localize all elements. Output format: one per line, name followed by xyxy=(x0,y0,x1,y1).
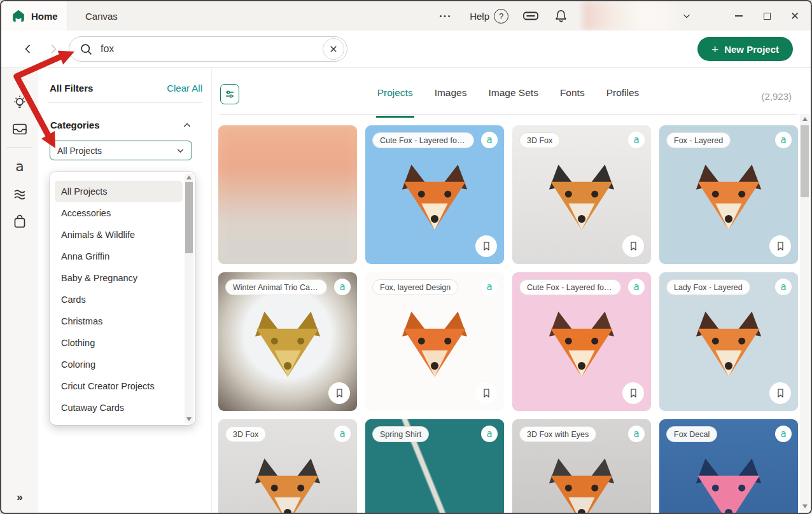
search-field[interactable]: ✕ xyxy=(69,36,347,62)
bookmark-icon[interactable] xyxy=(475,382,497,404)
titlebar: Home Canvas ••• Help ? xyxy=(1,1,811,31)
sliders-icon xyxy=(224,88,235,101)
cricut-access-badge-icon: a xyxy=(481,426,498,442)
project-card[interactable]: 3D Fox a xyxy=(512,125,651,264)
scroll-up-icon[interactable] xyxy=(185,174,193,181)
category-select[interactable]: All Projects xyxy=(50,141,192,160)
cricut-access-badge-icon: a xyxy=(334,279,351,295)
tab-images[interactable]: Images xyxy=(435,87,467,108)
category-option[interactable]: Cricut Creator Projects xyxy=(55,375,183,397)
scroll-down-icon[interactable] xyxy=(800,503,809,510)
filter-panel: All Filters Clear All Categories All Pro… xyxy=(38,68,211,513)
collapse-chevron-up-icon[interactable] xyxy=(182,120,192,130)
scroll-up-icon[interactable] xyxy=(800,115,809,123)
bookmark-icon[interactable] xyxy=(622,382,644,404)
cricut-access-badge-icon: a xyxy=(775,132,792,148)
project-card[interactable]: 3D Fox a xyxy=(218,419,357,514)
project-card[interactable]: Cute Fox - Layered for c... a xyxy=(365,125,504,264)
category-option[interactable]: Coloring xyxy=(55,354,183,375)
bookmark-icon[interactable] xyxy=(769,382,791,404)
inbox-icon[interactable] xyxy=(11,122,28,137)
machine-icon[interactable] xyxy=(522,9,539,23)
forward-button[interactable] xyxy=(47,43,60,55)
cricut-access-badge-icon: a xyxy=(775,426,792,442)
main-scroll-thumb[interactable] xyxy=(801,125,809,197)
project-card[interactable]: Cute Fox - Layered for c... a xyxy=(512,272,651,411)
account-chevron-down-icon[interactable] xyxy=(681,10,692,22)
project-title-badge: Cute Fox - Layered for c... xyxy=(519,279,621,295)
fox-illustration xyxy=(396,162,473,233)
help-button[interactable]: Help ? xyxy=(470,9,508,24)
category-option[interactable]: Accessories xyxy=(55,202,183,224)
filter-toggle-button[interactable] xyxy=(220,84,239,104)
result-count: (2,923) xyxy=(761,91,792,102)
fox-illustration xyxy=(249,309,326,380)
bookmark-icon[interactable] xyxy=(475,235,497,257)
tab-home[interactable]: Home xyxy=(1,1,67,31)
project-card[interactable] xyxy=(218,125,357,264)
project-card[interactable]: Winter Animal Trio Card... a xyxy=(218,272,357,411)
category-option[interactable]: Clothing xyxy=(55,332,183,354)
close-button[interactable]: ✕ xyxy=(789,10,801,22)
bookmark-icon[interactable] xyxy=(769,235,791,257)
dropdown-scroll-thumb[interactable] xyxy=(185,182,193,253)
left-icon-rail: a » xyxy=(1,68,38,513)
category-option[interactable]: Christmas xyxy=(55,310,183,332)
clear-all-link[interactable]: Clear All xyxy=(167,83,202,94)
maximize-button[interactable] xyxy=(761,10,773,22)
notifications-bell-icon[interactable] xyxy=(554,9,568,24)
toolbar-divider xyxy=(220,115,797,115)
rail-divider xyxy=(6,147,32,148)
app-window: Home Canvas ••• Help ? xyxy=(0,0,812,514)
plus-icon: + xyxy=(711,43,718,55)
project-card[interactable]: Spring Shirt a xyxy=(365,419,504,514)
cricut-access-icon[interactable]: a xyxy=(15,158,24,174)
tab-image-sets[interactable]: Image Sets xyxy=(488,87,538,108)
expand-rail-chevrons-icon[interactable]: » xyxy=(17,491,22,504)
category-option[interactable]: Animals & Wildlife xyxy=(55,224,183,246)
clear-search-icon[interactable]: ✕ xyxy=(323,38,344,60)
tab-canvas[interactable]: Canvas xyxy=(85,11,118,22)
scroll-down-icon[interactable] xyxy=(185,415,193,423)
category-option[interactable]: All Projects xyxy=(55,181,183,202)
search-icon xyxy=(80,43,93,56)
minimize-button[interactable] xyxy=(733,10,745,22)
dropdown-scrollbar[interactable] xyxy=(185,174,193,423)
project-card[interactable]: 3D Fox with Eyes a xyxy=(512,419,651,514)
project-title-badge: 3D Fox xyxy=(225,426,266,442)
materials-waves-icon[interactable] xyxy=(11,186,28,203)
tab-projects[interactable]: Projects xyxy=(377,87,413,108)
more-menu-icon[interactable]: ••• xyxy=(440,13,452,20)
new-project-button[interactable]: + New Project xyxy=(697,37,793,61)
category-option[interactable]: Baby & Pregnancy xyxy=(55,267,183,289)
category-option[interactable]: Cutaway Cards xyxy=(55,397,183,419)
project-title-badge: Lady Fox - Layered xyxy=(666,279,750,295)
main-scrollbar[interactable] xyxy=(800,114,809,511)
project-card[interactable]: Fox - Layered a xyxy=(659,125,798,264)
select-chevron-down-icon xyxy=(176,146,185,155)
project-card[interactable]: Fox Decal a xyxy=(659,419,798,514)
project-title-badge: Cute Fox - Layered for c... xyxy=(372,132,474,148)
project-thumbnail xyxy=(218,125,357,264)
project-title-badge: Winter Animal Trio Card... xyxy=(225,279,327,295)
results-tabs: ProjectsImagesImage SetsFontsProfiles xyxy=(288,87,728,108)
bookmark-icon[interactable] xyxy=(328,382,350,404)
project-card[interactable]: Lady Fox - Layered a xyxy=(659,272,798,411)
category-option[interactable]: Cards xyxy=(55,289,183,310)
cricut-home-logo-icon xyxy=(11,9,25,23)
bookmark-icon[interactable] xyxy=(622,235,644,257)
fox-illustration xyxy=(690,309,767,380)
shop-bag-icon[interactable] xyxy=(12,213,27,230)
project-card[interactable]: Fox, layered Design a xyxy=(365,272,504,411)
fox-illustration xyxy=(543,455,620,514)
tab-profiles[interactable]: Profiles xyxy=(606,87,640,108)
back-button[interactable] xyxy=(22,43,34,55)
search-toolbar: ✕ + New Project xyxy=(1,31,811,68)
user-account-blurred xyxy=(583,1,678,31)
category-option[interactable]: Anna Griffin xyxy=(55,246,183,267)
tab-fonts[interactable]: Fonts xyxy=(560,87,585,108)
inspiration-lightbulb-icon[interactable] xyxy=(12,95,27,111)
cricut-access-badge-icon: a xyxy=(481,132,498,148)
project-title-badge: Fox - Layered xyxy=(666,132,731,148)
search-input[interactable] xyxy=(99,43,323,55)
